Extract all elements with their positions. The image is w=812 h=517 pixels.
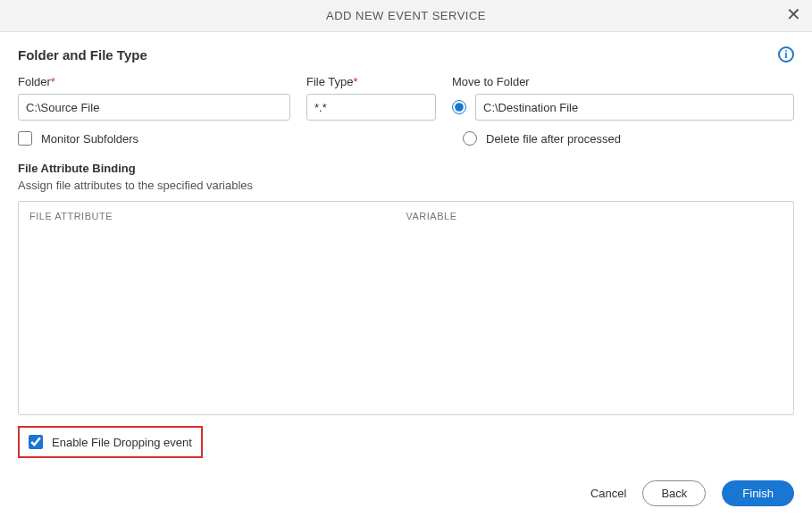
section-title: Folder and File Type [18,47,147,63]
close-button[interactable]: ✕ [786,5,801,23]
enable-file-dropping-checkbox[interactable] [29,435,43,449]
delete-after-row[interactable]: Delete file after processed [463,131,794,146]
dialog-title: ADD NEW EVENT SERVICE [326,9,486,22]
col-header-attribute: FILE ATTRIBUTE [29,211,406,221]
close-icon: ✕ [786,4,801,24]
monitor-subfolders-row[interactable]: Monitor Subfolders [18,131,447,146]
filetype-label: File Type* [306,75,436,88]
monitor-subfolders-checkbox[interactable] [18,131,32,146]
enable-file-dropping-row[interactable]: Enable File Dropping event [18,426,203,458]
dialog-header: ADD NEW EVENT SERVICE ✕ [0,0,812,32]
required-asterisk: * [51,75,55,88]
col-header-variable: VARIABLE [406,211,783,221]
cancel-button[interactable]: Cancel [590,487,626,500]
movefolder-label: Move to Folder [452,75,794,88]
filetype-input[interactable] [306,94,436,121]
required-asterisk: * [354,75,358,88]
movefolder-input[interactable] [475,94,794,121]
binding-title: File Attribute Binding [18,162,794,175]
binding-table: FILE ATTRIBUTE VARIABLE [18,201,794,415]
folder-label: Folder* [18,75,290,88]
monitor-subfolders-label: Monitor Subfolders [41,132,138,146]
dialog-content: Folder and File Type i Folder* File Type… [0,32,812,467]
back-button[interactable]: Back [642,480,706,506]
dialog-footer: Cancel Back Finish [590,480,794,506]
folder-input[interactable] [18,94,290,121]
move-to-folder-radio[interactable] [452,100,466,114]
info-icon[interactable]: i [778,46,794,63]
binding-desc: Assign file attributes to the specified … [18,179,794,192]
delete-after-label: Delete file after processed [486,132,621,146]
enable-file-dropping-label: Enable File Dropping event [52,436,192,449]
finish-button[interactable]: Finish [722,480,794,506]
delete-after-radio[interactable] [463,131,477,146]
